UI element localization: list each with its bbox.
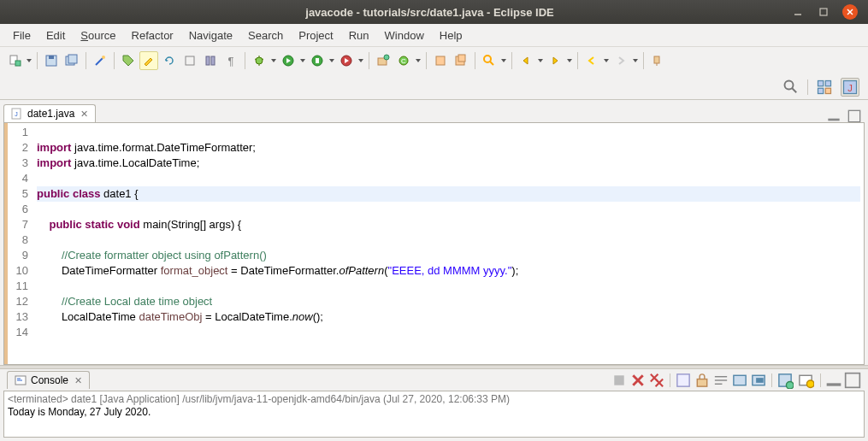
- svg-line-32: [490, 62, 493, 65]
- svg-rect-7: [49, 56, 54, 59]
- coverage-dropdown[interactable]: [328, 59, 335, 62]
- editor-tab-label: date1.java: [27, 108, 74, 120]
- svg-rect-13: [206, 56, 210, 65]
- menu-refactor[interactable]: Refactor: [124, 26, 181, 45]
- new-button[interactable]: [5, 51, 24, 70]
- new-class-dropdown[interactable]: [415, 59, 422, 62]
- toggle-2-icon[interactable]: [201, 51, 220, 70]
- coverage-button[interactable]: [308, 51, 327, 70]
- back-button[interactable]: [582, 51, 601, 70]
- svg-rect-57: [677, 373, 689, 385]
- word-wrap-icon[interactable]: [712, 373, 729, 388]
- menu-file[interactable]: File: [5, 26, 38, 45]
- svg-rect-45: [828, 119, 839, 121]
- console-view: Console ✕ <terminated> date1 [Java Appli…: [3, 369, 865, 438]
- window-title: javacode - tutorials/src/date1.java - Ec…: [0, 6, 791, 19]
- console-output[interactable]: <terminated> date1 [Java Application] /u…: [3, 391, 865, 438]
- menu-edit[interactable]: Edit: [38, 26, 73, 45]
- code-area[interactable]: import java.time.format.DateTimeFormatte…: [33, 123, 864, 364]
- annotation-next-icon[interactable]: [546, 51, 564, 70]
- annotation-prev-icon[interactable]: [517, 51, 535, 70]
- menu-bar: File Edit Source Refactor Navigate Searc…: [0, 24, 868, 47]
- pin-icon[interactable]: [648, 51, 667, 70]
- maximize-button[interactable]: [817, 5, 830, 19]
- pilcrow-icon[interactable]: ¶: [221, 51, 240, 70]
- svg-rect-30: [458, 55, 465, 62]
- svg-rect-39: [818, 88, 824, 93]
- svg-point-35: [785, 80, 794, 89]
- svg-rect-46: [848, 110, 859, 121]
- svg-rect-37: [818, 80, 824, 85]
- new-dropdown[interactable]: [26, 59, 32, 62]
- new-class-icon[interactable]: C: [394, 51, 413, 70]
- menu-run[interactable]: Run: [341, 26, 377, 45]
- minimize-view-icon[interactable]: [827, 110, 841, 122]
- open-console-icon[interactable]: [797, 373, 814, 388]
- java-perspective-icon[interactable]: J: [841, 78, 859, 97]
- debug-dropdown[interactable]: [270, 59, 277, 62]
- clear-console-icon[interactable]: [675, 373, 692, 388]
- window-titlebar: javacode - tutorials/src/date1.java - Ec…: [0, 0, 868, 24]
- svg-rect-38: [825, 80, 830, 85]
- open-perspective-icon[interactable]: [815, 78, 834, 97]
- console-maximize-icon[interactable]: [844, 373, 861, 388]
- menu-help[interactable]: Help: [432, 26, 470, 45]
- open-task-icon[interactable]: [452, 51, 470, 70]
- menu-navigate[interactable]: Navigate: [181, 26, 240, 45]
- console-minimize-icon[interactable]: [825, 373, 842, 388]
- annotation-prev-dropdown[interactable]: [537, 59, 544, 62]
- annotation-next-dropdown[interactable]: [566, 59, 573, 62]
- console-status: <terminated> date1 [Java Application] /u…: [8, 393, 860, 405]
- ext-tools-button[interactable]: [337, 51, 356, 70]
- wand-icon[interactable]: [91, 51, 109, 70]
- menu-project[interactable]: Project: [291, 26, 340, 45]
- forward-dropdown[interactable]: [632, 59, 639, 62]
- maximize-view-icon[interactable]: [847, 110, 861, 122]
- ext-tools-dropdown[interactable]: [357, 59, 364, 62]
- close-button[interactable]: [842, 4, 858, 20]
- svg-text:J: J: [15, 111, 18, 117]
- debug-button[interactable]: [250, 51, 269, 70]
- svg-rect-50: [614, 375, 623, 385]
- svg-point-31: [484, 56, 491, 62]
- back-dropdown[interactable]: [603, 59, 610, 62]
- refresh-icon[interactable]: [160, 51, 179, 70]
- quick-access-icon[interactable]: [782, 78, 800, 97]
- search-button[interactable]: [480, 51, 499, 70]
- toggle-1-icon[interactable]: [180, 51, 199, 70]
- remove-all-icon[interactable]: [648, 373, 665, 388]
- code-editor[interactable]: 1234567891011121314 import java.time.for…: [3, 122, 865, 365]
- svg-rect-40: [825, 88, 830, 93]
- svg-text:C: C: [401, 57, 406, 65]
- run-dropdown[interactable]: [299, 59, 306, 62]
- console-tab[interactable]: Console ✕: [7, 371, 90, 389]
- tag-icon[interactable]: [119, 51, 138, 70]
- menu-search[interactable]: Search: [240, 26, 291, 45]
- console-tab-label: Console: [31, 374, 68, 386]
- svg-rect-64: [756, 378, 764, 383]
- save-all-button[interactable]: [62, 51, 81, 70]
- svg-rect-69: [827, 383, 841, 385]
- open-type-icon[interactable]: [431, 51, 450, 70]
- highlight-icon[interactable]: [139, 51, 158, 70]
- close-console-tab-icon[interactable]: ✕: [74, 375, 82, 386]
- save-button[interactable]: [42, 51, 61, 70]
- close-tab-icon[interactable]: ✕: [80, 109, 88, 120]
- minimize-button[interactable]: [791, 5, 805, 19]
- terminate-icon[interactable]: [611, 373, 628, 388]
- new-package-icon[interactable]: [374, 51, 393, 70]
- forward-button[interactable]: [611, 51, 630, 70]
- pin-console-icon[interactable]: [731, 373, 748, 388]
- show-console-icon[interactable]: [750, 373, 767, 388]
- run-button[interactable]: [279, 51, 298, 70]
- editor-tab-date1[interactable]: J date1.java ✕: [3, 104, 96, 122]
- console-tabrow: Console ✕: [3, 369, 865, 391]
- menu-source[interactable]: Source: [73, 26, 123, 45]
- search-dropdown[interactable]: [500, 59, 507, 62]
- menu-window[interactable]: Window: [377, 26, 432, 45]
- scroll-lock-icon[interactable]: [694, 373, 711, 388]
- remove-launch-icon[interactable]: [629, 373, 647, 388]
- svg-text:J: J: [847, 83, 853, 93]
- display-selected-icon[interactable]: [776, 373, 794, 388]
- svg-point-68: [806, 380, 814, 388]
